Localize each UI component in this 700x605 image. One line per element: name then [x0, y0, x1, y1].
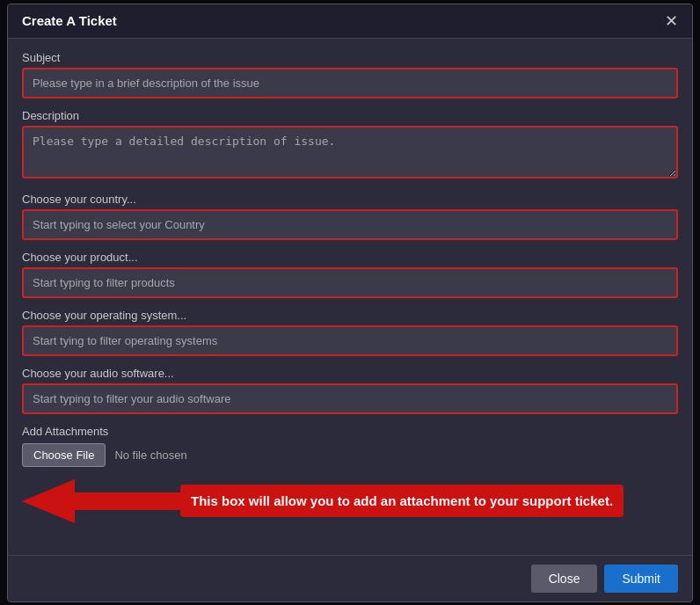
- subject-label: Subject: [22, 51, 678, 64]
- os-label: Choose your operating system...: [22, 309, 678, 322]
- country-label: Choose your country...: [22, 193, 678, 206]
- annotation-text: This box will allow you to add an attach…: [180, 485, 623, 517]
- close-icon[interactable]: ✕: [665, 13, 678, 29]
- modal-header: Create A Ticket ✕: [8, 4, 692, 39]
- os-input[interactable]: [22, 325, 678, 356]
- subject-input[interactable]: [22, 68, 678, 98]
- modal-overlay: Create A Ticket ✕ Subject Description Ch…: [0, 0, 700, 605]
- product-input[interactable]: [22, 267, 678, 298]
- os-field-group: Choose your operating system...: [22, 309, 678, 356]
- audio-field-group: Choose your audio software...: [22, 367, 678, 414]
- country-input[interactable]: [22, 209, 678, 240]
- attachments-label: Add Attachments: [22, 425, 678, 438]
- attachments-section: Add Attachments Choose File No file chos…: [22, 425, 678, 532]
- no-file-text: No file chosen: [114, 448, 186, 462]
- svg-marker-0: [22, 479, 180, 523]
- product-field-group: Choose your product...: [22, 251, 678, 298]
- audio-label: Choose your audio software...: [22, 367, 678, 380]
- modal-body: Subject Description Choose your country.…: [8, 39, 692, 555]
- attachments-row: Choose File No file chosen: [22, 443, 623, 467]
- description-field-group: Description: [22, 109, 678, 182]
- audio-input[interactable]: [22, 383, 678, 414]
- close-button[interactable]: Close: [531, 565, 598, 593]
- product-label: Choose your product...: [22, 251, 678, 264]
- create-ticket-modal: Create A Ticket ✕ Subject Description Ch…: [7, 4, 693, 602]
- description-textarea[interactable]: [22, 126, 678, 179]
- arrow-annotation-svg: [22, 470, 180, 532]
- subject-field-group: Subject: [22, 51, 678, 98]
- country-field-group: Choose your country...: [22, 193, 678, 240]
- description-label: Description: [22, 109, 678, 122]
- modal-title: Create A Ticket: [22, 13, 117, 28]
- modal-footer: Close Submit: [8, 555, 692, 601]
- choose-file-button[interactable]: Choose File: [22, 443, 106, 467]
- annotation-container: Choose File No file chosen This box will…: [22, 443, 678, 532]
- submit-button[interactable]: Submit: [604, 565, 678, 593]
